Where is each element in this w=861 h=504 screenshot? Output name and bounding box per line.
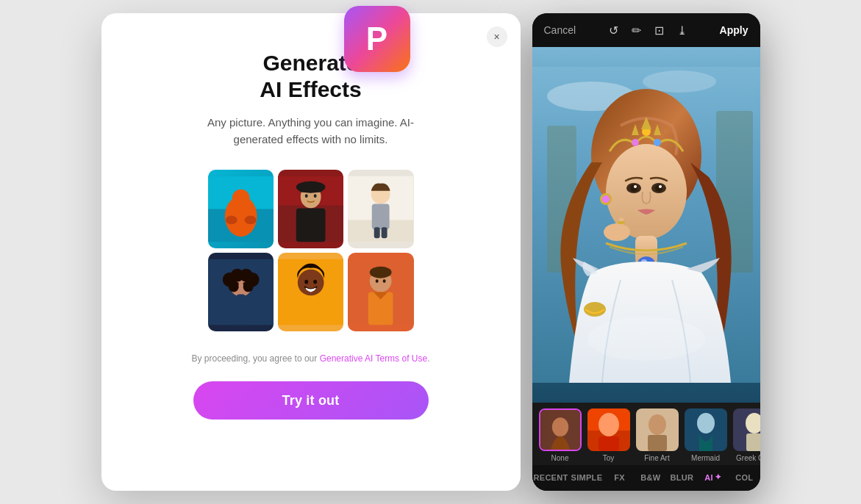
category-fx[interactable]: FX <box>604 470 635 485</box>
close-icon: × <box>493 31 499 43</box>
svg-point-82 <box>697 413 715 433</box>
svg-point-58 <box>630 184 637 192</box>
filter-toy-label: Toy <box>603 454 615 462</box>
filter-mermaid-thumb <box>685 408 727 451</box>
svg-rect-70 <box>618 221 625 224</box>
filter-thumbnails: None Toy <box>532 403 760 465</box>
terms-text: By proceeding, you agree to our Generati… <box>192 353 430 364</box>
terms-link[interactable]: Generative AI Terms of Use <box>320 353 428 364</box>
sample-image-3 <box>348 170 413 248</box>
sample-image-1 <box>208 170 274 248</box>
app-icon-letter: P <box>366 21 387 57</box>
download-icon[interactable]: ⤓ <box>677 24 687 37</box>
filter-greekgod[interactable]: Greek God <box>732 408 760 462</box>
sample-image-4 <box>208 253 274 331</box>
filter-categories: RECENT SIMPLE FX B&W BLUR AI ✦ COL <box>532 465 760 491</box>
filter-mermaid-label: Mermaid <box>691 454 720 462</box>
svg-point-52 <box>654 139 661 146</box>
svg-point-31 <box>243 282 246 286</box>
svg-point-59 <box>655 184 662 192</box>
svg-rect-9 <box>296 209 326 242</box>
svg-point-71 <box>587 317 705 361</box>
svg-rect-69 <box>619 217 624 234</box>
svg-point-79 <box>649 414 666 435</box>
expand-icon[interactable]: ⊡ <box>654 24 664 37</box>
svg-rect-11 <box>300 184 322 192</box>
svg-point-34 <box>304 280 308 284</box>
svg-rect-19 <box>382 227 387 238</box>
svg-point-68 <box>604 223 630 241</box>
svg-point-41 <box>383 279 386 283</box>
svg-point-39 <box>370 267 392 278</box>
filter-none-thumb <box>539 408 582 451</box>
category-bw[interactable]: B&W <box>635 470 666 485</box>
terms-suffix: . <box>427 353 429 364</box>
svg-point-40 <box>376 279 379 283</box>
filter-toy-thumb <box>587 408 630 451</box>
svg-rect-36 <box>299 295 324 325</box>
svg-point-5 <box>244 215 256 224</box>
topbar-icons: ↺ ✏ ⊡ ⤓ <box>609 24 687 37</box>
sparkle-icon: ✦ <box>715 472 721 482</box>
svg-point-35 <box>313 280 317 284</box>
sample-image-grid <box>208 170 414 331</box>
sample-image-5 <box>278 253 343 331</box>
category-col[interactable]: COL <box>729 470 760 485</box>
ai-effects-modal: × P GenerateAI Effects Any picture. Anyt… <box>101 13 521 491</box>
cancel-button[interactable]: Cancel <box>544 24 576 36</box>
filter-toy[interactable]: Toy <box>587 408 631 462</box>
svg-point-61 <box>659 185 662 188</box>
apply-button[interactable]: Apply <box>720 24 749 36</box>
brush-icon[interactable]: ✏ <box>632 24 641 37</box>
svg-point-76 <box>599 413 619 436</box>
svg-point-60 <box>634 185 637 188</box>
rotate-icon[interactable]: ↺ <box>609 24 618 37</box>
svg-point-63 <box>602 195 610 203</box>
svg-point-13 <box>313 194 316 198</box>
svg-point-4 <box>225 215 237 224</box>
svg-rect-80 <box>648 435 667 451</box>
svg-point-3 <box>232 190 249 207</box>
close-button[interactable]: × <box>487 26 507 47</box>
category-blur[interactable]: BLUR <box>666 470 697 485</box>
filter-greekgod-label: Greek God <box>736 454 760 462</box>
phone-ui: Cancel ↺ ✏ ⊡ ⤓ Apply <box>532 13 760 491</box>
svg-rect-29 <box>235 294 246 305</box>
filter-greekgod-thumb <box>733 408 760 451</box>
filter-none-label: None <box>551 454 569 462</box>
svg-point-73 <box>551 417 568 436</box>
category-simple[interactable]: SIMPLE <box>570 470 604 485</box>
filter-fineart[interactable]: Fine Art <box>635 408 679 462</box>
phone-topbar: Cancel ↺ ✏ ⊡ ⤓ Apply <box>532 13 760 47</box>
svg-point-12 <box>305 194 308 198</box>
app-icon: P <box>344 6 410 72</box>
filter-mermaid[interactable]: Mermaid <box>684 408 728 462</box>
main-container: × P GenerateAI Effects Any picture. Anyt… <box>101 13 760 491</box>
terms-prefix: By proceeding, you agree to our <box>192 353 320 364</box>
svg-rect-18 <box>374 227 380 238</box>
svg-rect-17 <box>372 204 390 230</box>
modal-subtitle: Any picture. Anything you can imagine. A… <box>186 115 436 148</box>
main-image-area <box>532 47 760 403</box>
filter-fineart-thumb <box>636 408 679 451</box>
svg-rect-77 <box>599 436 619 451</box>
sample-image-6 <box>348 253 413 331</box>
filter-fineart-label: Fine Art <box>644 454 669 462</box>
sample-image-2 <box>278 170 343 248</box>
svg-point-50 <box>632 139 639 146</box>
filter-none[interactable]: None <box>538 408 582 462</box>
category-recent[interactable]: RECENT <box>532 470 570 485</box>
svg-rect-85 <box>746 433 760 451</box>
svg-point-67 <box>584 302 606 317</box>
svg-point-45 <box>643 71 716 93</box>
try-it-out-button[interactable]: Try it out <box>193 381 429 420</box>
category-ai[interactable]: AI ✦ <box>698 469 729 485</box>
svg-point-30 <box>235 282 238 286</box>
